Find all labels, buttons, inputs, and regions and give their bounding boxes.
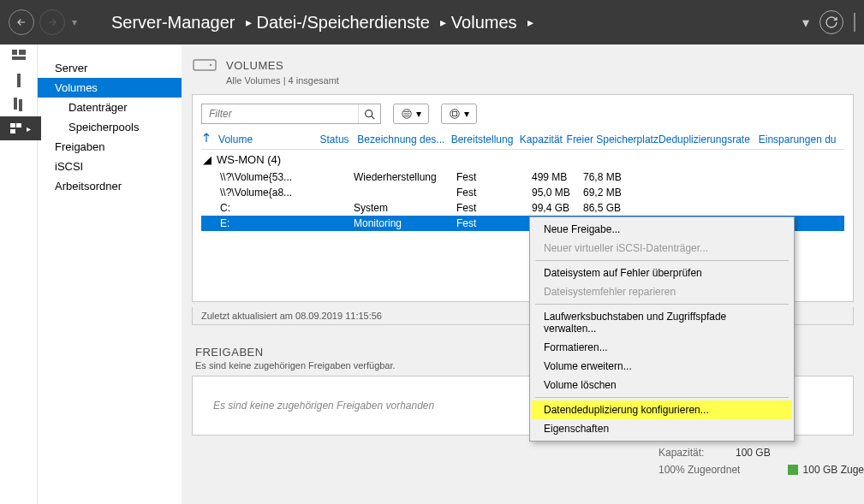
svg-rect-5 (19, 99, 22, 111)
chevron-right-icon: ▸ (440, 15, 446, 29)
search-icon[interactable] (358, 104, 380, 123)
sidebar-item-pools[interactable]: Speicherpools (38, 117, 182, 137)
svg-rect-4 (14, 98, 17, 110)
menu-extend[interactable]: Volume erweitern... (532, 357, 792, 376)
menu-separator (535, 260, 789, 261)
cell-free: 86,5 GB (583, 202, 684, 214)
dashboard-icon[interactable] (0, 44, 37, 68)
color-swatch-icon (788, 465, 798, 475)
svg-rect-3 (17, 74, 21, 87)
breadcrumb-item[interactable]: Volumes (451, 13, 517, 33)
cell-provision: Fest (456, 217, 532, 229)
cell-capacity: 499 MB (532, 171, 583, 183)
cell-free: 76,8 MB (583, 171, 684, 183)
menu-separator (535, 397, 789, 398)
cell-volume: \\?\Volume{53... (220, 171, 313, 183)
menu-check-fs[interactable]: Dateisystem auf Fehler überprüfen (532, 264, 792, 282)
separator (854, 13, 855, 32)
sidebar-item-volumes[interactable]: Volumes (38, 78, 182, 98)
breadcrumb-item[interactable]: Datei-/Speicherdienste (257, 13, 430, 33)
filter-input[interactable] (202, 108, 358, 120)
servers-icon[interactable] (0, 68, 37, 92)
sidebar-item-server[interactable]: Server (38, 58, 182, 78)
sidebar-item-workfolders[interactable]: Arbeitsordner (38, 176, 182, 196)
all-servers-icon[interactable] (0, 92, 37, 116)
menu-delete[interactable]: Volume löschen (532, 376, 792, 394)
group-label: WS-MON (4) (217, 153, 281, 166)
storage-icon[interactable]: ▸ (0, 116, 41, 140)
context-menu: Neue Freigabe... Neuer virtueller iSCSI-… (529, 216, 795, 442)
col-provision[interactable]: Bereitstellung (451, 133, 520, 145)
col-volume[interactable]: Volume (218, 133, 319, 145)
cell-provision: Fest (456, 202, 532, 214)
detail-allocated-value: 100 GB Zuge (803, 464, 864, 476)
cell-provision: Fest (456, 171, 532, 183)
cell-free: 69,2 MB (583, 187, 684, 199)
detail-allocated-label: 100% Zugeordnet (658, 464, 740, 476)
breadcrumb: Server-Manager ▸ Datei-/Speicherdienste … (111, 13, 802, 33)
nav-dropdown-icon[interactable]: ▾ (72, 16, 77, 28)
icon-strip: ▸ (0, 44, 38, 504)
svg-point-13 (450, 110, 460, 119)
detail-capacity-value: 100 GB (736, 447, 771, 459)
volumes-subtitle: Alle Volumes | 4 insgesamt (226, 75, 854, 86)
table-row[interactable]: \\?\Volume{a8... Fest 95,0 MB 69,2 MB (201, 185, 844, 200)
sidebar: Server Volumes Datenträger Speicherpools… (38, 44, 182, 504)
chevron-right-icon: ▸ (246, 15, 252, 29)
svg-rect-7 (16, 123, 21, 127)
disk-icon (192, 56, 219, 74)
volumes-title: VOLUMES (226, 59, 283, 72)
col-label[interactable]: Bezeichnung des... (357, 133, 450, 145)
col-free[interactable]: Freier Speicherplatz (567, 133, 659, 145)
table-row[interactable]: C: System Fest 99,4 GB 86,5 GB (201, 200, 844, 216)
table-row[interactable]: \\?\Volume{53... Wiederherstellung Fest … (201, 169, 844, 185)
refresh-button[interactable] (819, 10, 843, 34)
detail-capacity-label: Kapazität: (658, 447, 736, 459)
back-button[interactable] (9, 9, 34, 35)
cell-volume: C: (220, 202, 313, 214)
cell-label: Wiederherstellung (354, 171, 456, 183)
svg-rect-9 (194, 60, 216, 70)
volume-detail: Kapazität: 100 GB 100% Zugeordnet 100 GB… (658, 447, 864, 481)
svg-rect-14 (452, 111, 456, 116)
menu-drive-paths[interactable]: Laufwerksbuchstaben und Zugriffspfade ve… (532, 307, 792, 338)
menu-properties[interactable]: Eigenschaften (532, 419, 792, 438)
cell-label: System (354, 202, 456, 214)
filter-box (201, 104, 381, 124)
col-dedup[interactable]: Deduplizierungsrate (658, 133, 759, 145)
save-view-button[interactable]: ▾ (441, 104, 477, 124)
cell-capacity: 95,0 MB (532, 187, 583, 199)
chevron-right-icon: ▸ (527, 15, 533, 29)
svg-rect-1 (19, 50, 26, 55)
menu-separator (535, 304, 789, 305)
menu-format[interactable]: Formatieren... (532, 338, 792, 357)
cell-volume: \\?\Volume{a8... (220, 187, 313, 199)
cell-label: Monitoring (354, 217, 456, 229)
menu-new-share[interactable]: Neue Freigabe... (532, 220, 792, 239)
breadcrumb-item[interactable]: Server-Manager (111, 13, 235, 33)
cell-volume: E: (220, 217, 313, 229)
group-header[interactable]: ◢ WS-MON (4) (201, 150, 844, 169)
svg-rect-0 (12, 50, 17, 55)
col-status[interactable]: Status (320, 133, 358, 145)
svg-rect-6 (10, 123, 15, 127)
svg-rect-8 (10, 129, 15, 133)
cell-provision: Fest (456, 187, 532, 199)
view-options-button[interactable]: ▾ (393, 104, 429, 124)
svg-point-10 (210, 64, 212, 66)
svg-rect-2 (12, 56, 26, 60)
dash-icon: ▾ (802, 15, 809, 31)
sidebar-item-iscsi[interactable]: iSCSI (38, 157, 182, 176)
sort-icon[interactable] (201, 133, 212, 145)
menu-new-iscsi: Neuer virtueller iSCSI-Datenträger... (532, 239, 792, 258)
menu-repair-fs: Dateisystemfehler reparieren (532, 282, 792, 301)
svg-point-11 (366, 110, 372, 116)
col-savings[interactable]: Einsparungen du (759, 133, 844, 145)
sidebar-item-shares[interactable]: Freigaben (38, 137, 182, 157)
collapse-icon[interactable]: ◢ (203, 153, 212, 166)
menu-configure-dedup[interactable]: Datendeduplizierung konfigurieren... (532, 400, 792, 419)
cell-capacity: 99,4 GB (532, 202, 583, 214)
sidebar-item-disks[interactable]: Datenträger (38, 98, 182, 117)
col-capacity[interactable]: Kapazität (520, 133, 567, 145)
forward-button[interactable] (39, 9, 65, 35)
